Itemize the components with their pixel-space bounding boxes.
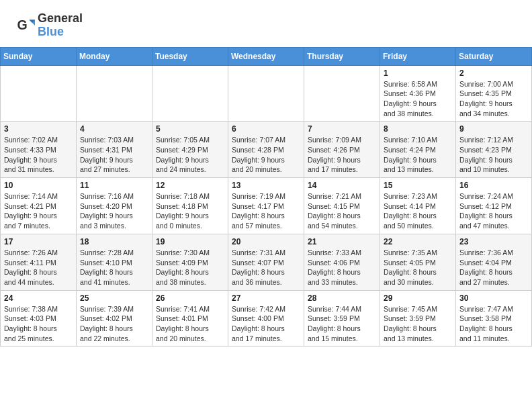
col-header-sunday: Sunday — [1, 47, 77, 65]
col-header-friday: Friday — [380, 47, 456, 65]
logo-text: GeneralBlue — [38, 12, 83, 39]
day-number: 3 — [4, 124, 73, 134]
calendar-cell: 24Sunrise: 7:38 AM Sunset: 4:03 PM Dayli… — [1, 290, 77, 347]
calendar-cell: 30Sunrise: 7:47 AM Sunset: 3:58 PM Dayli… — [456, 290, 532, 347]
day-number: 26 — [156, 293, 224, 303]
day-number: 12 — [156, 181, 224, 190]
day-info: Sunrise: 7:16 AM Sunset: 4:20 PM Dayligh… — [80, 191, 148, 231]
calendar-cell: 3Sunrise: 7:02 AM Sunset: 4:33 PM Daylig… — [1, 122, 77, 178]
day-info: Sunrise: 7:09 AM Sunset: 4:26 PM Dayligh… — [308, 135, 376, 175]
calendar-cell: 21Sunrise: 7:33 AM Sunset: 4:06 PM Dayli… — [304, 234, 380, 290]
day-info: Sunrise: 7:00 AM Sunset: 4:35 PM Dayligh… — [459, 79, 528, 119]
day-info: Sunrise: 7:24 AM Sunset: 4:12 PM Dayligh… — [459, 191, 528, 231]
day-number: 18 — [80, 237, 148, 246]
day-info: Sunrise: 7:07 AM Sunset: 4:28 PM Dayligh… — [232, 135, 300, 175]
day-info: Sunrise: 7:19 AM Sunset: 4:17 PM Dayligh… — [232, 191, 300, 231]
day-info: Sunrise: 7:21 AM Sunset: 4:15 PM Dayligh… — [308, 191, 376, 231]
day-number: 13 — [232, 181, 300, 190]
day-info: Sunrise: 7:39 AM Sunset: 4:02 PM Dayligh… — [80, 304, 148, 344]
day-info: Sunrise: 7:45 AM Sunset: 3:59 PM Dayligh… — [384, 304, 452, 344]
day-number: 20 — [232, 237, 300, 246]
day-number: 28 — [308, 293, 376, 303]
day-info: Sunrise: 7:36 AM Sunset: 4:04 PM Dayligh… — [459, 248, 528, 287]
day-info: Sunrise: 7:47 AM Sunset: 3:58 PM Dayligh… — [459, 304, 528, 344]
calendar-week-row: 1Sunrise: 6:58 AM Sunset: 4:36 PM Daylig… — [1, 65, 532, 122]
col-header-wednesday: Wednesday — [228, 47, 304, 65]
calendar-cell: 10Sunrise: 7:14 AM Sunset: 4:21 PM Dayli… — [1, 178, 77, 234]
calendar-cell: 20Sunrise: 7:31 AM Sunset: 4:07 PM Dayli… — [228, 234, 304, 290]
calendar-cell: 15Sunrise: 7:23 AM Sunset: 4:14 PM Dayli… — [380, 178, 456, 234]
calendar-cell: 14Sunrise: 7:21 AM Sunset: 4:15 PM Dayli… — [304, 178, 380, 234]
day-number: 19 — [156, 237, 224, 246]
calendar-cell — [77, 65, 152, 122]
day-info: Sunrise: 7:30 AM Sunset: 4:09 PM Dayligh… — [156, 248, 224, 287]
day-number: 21 — [308, 237, 376, 246]
calendar-cell: 6Sunrise: 7:07 AM Sunset: 4:28 PM Daylig… — [228, 122, 304, 178]
day-info: Sunrise: 7:28 AM Sunset: 4:10 PM Dayligh… — [80, 248, 148, 287]
calendar-week-row: 24Sunrise: 7:38 AM Sunset: 4:03 PM Dayli… — [1, 290, 532, 347]
calendar-cell: 28Sunrise: 7:44 AM Sunset: 3:59 PM Dayli… — [304, 290, 380, 347]
day-info: Sunrise: 7:31 AM Sunset: 4:07 PM Dayligh… — [232, 248, 300, 287]
calendar-cell: 11Sunrise: 7:16 AM Sunset: 4:20 PM Dayli… — [77, 178, 152, 234]
logo-icon: G — [16, 16, 35, 35]
day-number: 5 — [156, 124, 224, 134]
calendar-table: SundayMondayTuesdayWednesdayThursdayFrid… — [0, 47, 532, 347]
day-info: Sunrise: 7:10 AM Sunset: 4:24 PM Dayligh… — [384, 135, 452, 175]
day-info: Sunrise: 7:02 AM Sunset: 4:33 PM Dayligh… — [4, 135, 73, 175]
calendar-cell: 9Sunrise: 7:12 AM Sunset: 4:23 PM Daylig… — [456, 122, 532, 178]
day-info: Sunrise: 7:14 AM Sunset: 4:21 PM Dayligh… — [4, 191, 73, 231]
calendar-cell: 2Sunrise: 7:00 AM Sunset: 4:35 PM Daylig… — [456, 65, 532, 122]
calendar-cell — [152, 65, 228, 122]
calendar-cell: 16Sunrise: 7:24 AM Sunset: 4:12 PM Dayli… — [456, 178, 532, 234]
col-header-tuesday: Tuesday — [152, 47, 228, 65]
day-number: 9 — [459, 124, 528, 134]
day-info: Sunrise: 7:26 AM Sunset: 4:11 PM Dayligh… — [4, 248, 73, 287]
col-header-monday: Monday — [77, 47, 152, 65]
calendar-cell: 18Sunrise: 7:28 AM Sunset: 4:10 PM Dayli… — [77, 234, 152, 290]
calendar-header-row: SundayMondayTuesdayWednesdayThursdayFrid… — [1, 47, 532, 65]
day-number: 14 — [308, 181, 376, 190]
day-info: Sunrise: 7:03 AM Sunset: 4:31 PM Dayligh… — [80, 135, 148, 175]
day-number: 27 — [232, 293, 300, 303]
calendar-week-row: 10Sunrise: 7:14 AM Sunset: 4:21 PM Dayli… — [1, 178, 532, 234]
day-number: 16 — [459, 181, 528, 190]
calendar-cell: 17Sunrise: 7:26 AM Sunset: 4:11 PM Dayli… — [1, 234, 77, 290]
day-number: 4 — [80, 124, 148, 134]
day-number: 30 — [459, 293, 528, 303]
day-info: Sunrise: 7:44 AM Sunset: 3:59 PM Dayligh… — [308, 304, 376, 344]
calendar-cell: 5Sunrise: 7:05 AM Sunset: 4:29 PM Daylig… — [152, 122, 228, 178]
col-header-thursday: Thursday — [304, 47, 380, 65]
day-number: 15 — [384, 181, 452, 190]
day-number: 25 — [80, 293, 148, 303]
day-info: Sunrise: 7:33 AM Sunset: 4:06 PM Dayligh… — [308, 248, 376, 287]
calendar-cell — [304, 65, 380, 122]
day-number: 11 — [80, 181, 148, 190]
day-number: 17 — [4, 237, 73, 246]
day-info: Sunrise: 7:41 AM Sunset: 4:01 PM Dayligh… — [156, 304, 224, 344]
day-number: 2 — [459, 68, 528, 78]
svg-text:G: G — [17, 17, 27, 32]
calendar-week-row: 3Sunrise: 7:02 AM Sunset: 4:33 PM Daylig… — [1, 122, 532, 178]
calendar-cell: 12Sunrise: 7:18 AM Sunset: 4:18 PM Dayli… — [152, 178, 228, 234]
col-header-saturday: Saturday — [456, 47, 532, 65]
calendar-cell: 23Sunrise: 7:36 AM Sunset: 4:04 PM Dayli… — [456, 234, 532, 290]
page-header: G GeneralBlue — [0, 0, 532, 44]
day-info: Sunrise: 7:35 AM Sunset: 4:05 PM Dayligh… — [384, 248, 452, 287]
calendar-cell: 1Sunrise: 6:58 AM Sunset: 4:36 PM Daylig… — [380, 65, 456, 122]
day-info: Sunrise: 6:58 AM Sunset: 4:36 PM Dayligh… — [384, 79, 452, 119]
calendar-cell: 4Sunrise: 7:03 AM Sunset: 4:31 PM Daylig… — [77, 122, 152, 178]
day-number: 10 — [4, 181, 73, 190]
calendar-cell — [228, 65, 304, 122]
calendar-cell: 25Sunrise: 7:39 AM Sunset: 4:02 PM Dayli… — [77, 290, 152, 347]
day-number: 6 — [232, 124, 300, 134]
day-info: Sunrise: 7:23 AM Sunset: 4:14 PM Dayligh… — [384, 191, 452, 231]
day-number: 7 — [308, 124, 376, 134]
calendar-cell: 22Sunrise: 7:35 AM Sunset: 4:05 PM Dayli… — [380, 234, 456, 290]
day-info: Sunrise: 7:42 AM Sunset: 4:00 PM Dayligh… — [232, 304, 300, 344]
calendar-week-row: 17Sunrise: 7:26 AM Sunset: 4:11 PM Dayli… — [1, 234, 532, 290]
calendar-cell: 27Sunrise: 7:42 AM Sunset: 4:00 PM Dayli… — [228, 290, 304, 347]
calendar-cell: 19Sunrise: 7:30 AM Sunset: 4:09 PM Dayli… — [152, 234, 228, 290]
day-number: 24 — [4, 293, 73, 303]
day-number: 1 — [384, 68, 452, 78]
calendar-cell: 8Sunrise: 7:10 AM Sunset: 4:24 PM Daylig… — [380, 122, 456, 178]
